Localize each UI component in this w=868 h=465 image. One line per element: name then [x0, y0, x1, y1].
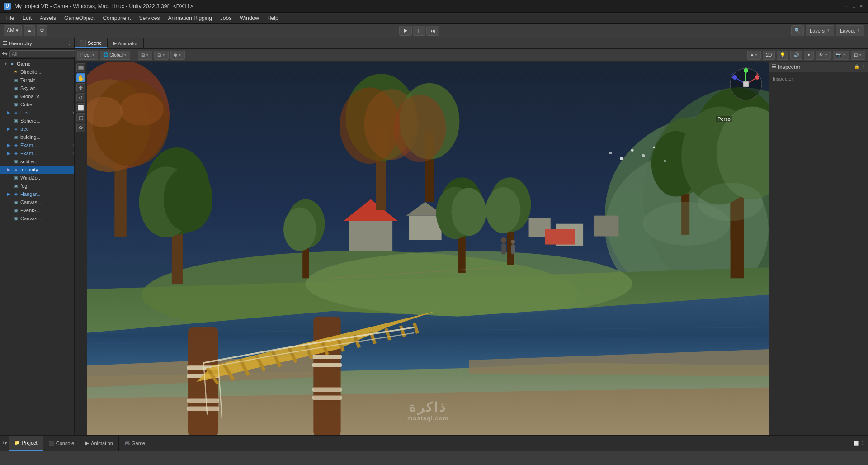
pause-button[interactable]: ⏸	[413, 26, 425, 36]
tab-game[interactable]: 🎮 Game	[119, 436, 151, 451]
global-dropdown[interactable]: 🌐 Global▼	[100, 51, 130, 60]
menu-help[interactable]: Help	[264, 14, 282, 22]
lighting-button[interactable]: 💡	[777, 51, 788, 60]
menu-services[interactable]: Services	[135, 14, 163, 22]
hierarchy-item-tree[interactable]: ▶ ◈ tree	[0, 125, 74, 133]
svg-point-95	[501, 237, 506, 243]
play-button[interactable]: ▶	[399, 26, 412, 36]
rotate-tool-btn[interactable]: ↺	[76, 93, 85, 102]
scale-tool-btn[interactable]: ⬜	[76, 103, 85, 112]
maximize-button[interactable]: □	[851, 3, 857, 9]
tab-project[interactable]: 📁 Project	[9, 436, 43, 451]
menu-component[interactable]: Component	[99, 14, 134, 22]
hierarchy-item-exam2[interactable]: ▶ ◈ Exam... ›	[0, 149, 74, 157]
minimize-button[interactable]: ─	[844, 3, 850, 9]
scene-light-button[interactable]: ● ▼	[747, 51, 761, 60]
hierarchy-item-soldier[interactable]: ▣ soldier...	[0, 157, 74, 166]
menu-edit[interactable]: Edit	[19, 14, 35, 22]
hierarchy-item-global-volume[interactable]: ▣ Global V...	[0, 92, 74, 100]
bottom-panel-menu[interactable]: ⋮	[860, 441, 864, 446]
hierarchy-item-direction[interactable]: ☀ Directio...	[0, 68, 74, 76]
hierarchy-item-eventsystem[interactable]: ▣ EventS...	[0, 206, 74, 214]
hierarchy-item-canvas2[interactable]: ▣ Canvas...	[0, 214, 74, 223]
hierarchy-item-sphere[interactable]: ▣ Sphere...	[0, 117, 74, 125]
hierarchy-item-exam1[interactable]: ▶ ◈ Exam... ›	[0, 141, 74, 149]
camera-button[interactable]: 📷 ▼	[833, 51, 849, 60]
scene-toolbar: Pivot▼ 🌐 Global▼ ⊞ ▼ ⊟ ▼ ⊕ ▼ ● ▼	[75, 49, 868, 62]
inspector-panel: ☰ Inspector 🔒 ⋮ Inspector	[769, 62, 868, 435]
bottom-add-btn[interactable]: +▾	[0, 436, 9, 451]
bottom-panel-icon[interactable]: ⬜	[854, 441, 859, 446]
play-controls: ▶ ⏸ ⏭	[399, 26, 439, 36]
tab-scene[interactable]: ⬛ Scene	[75, 38, 108, 48]
audio-button[interactable]: 🔊	[790, 51, 802, 60]
hierarchy-menu-icon[interactable]: ⋮	[67, 41, 71, 46]
game-icon: 🎮	[124, 441, 130, 446]
project-icon: 📁	[14, 440, 20, 445]
inspector-menu-icon[interactable]: ⋮	[861, 65, 865, 69]
hierarchy-item-windzone[interactable]: ▣ WindZo...	[0, 174, 74, 182]
close-button[interactable]: ✕	[858, 3, 864, 9]
hierarchy-item-bulding[interactable]: ▣ bulding...	[0, 133, 74, 141]
move-tool-btn[interactable]: ✥	[76, 83, 85, 92]
svg-point-64	[486, 187, 520, 233]
hierarchy-item-for-unity[interactable]: ▶ ◈ for unity	[0, 166, 74, 174]
global-icon: 🌐	[103, 52, 108, 57]
2d-button[interactable]: 2D	[763, 51, 775, 60]
overlay-button[interactable]: ⊡ ▼	[851, 51, 865, 60]
menu-animation-rigging[interactable]: Animation Rigging	[164, 14, 215, 22]
menu-assets[interactable]: Assets	[36, 14, 60, 22]
layout-dropdown[interactable]: Layout ▼	[836, 25, 864, 36]
hidden-icon: 👁	[819, 52, 823, 57]
svg-point-92	[609, 152, 612, 154]
cloud-icon: ☁	[27, 28, 32, 33]
hierarchy-item-cube[interactable]: ▣ Cube	[0, 100, 74, 109]
search-icon: 🔍	[794, 28, 801, 33]
tab-animator[interactable]: ▶ Animator	[108, 38, 143, 48]
settings-button[interactable]: ⚙	[37, 25, 47, 36]
menu-file[interactable]: File	[2, 14, 18, 22]
rect-tool-btn[interactable]: ▢	[76, 113, 85, 122]
hierarchy-add-button[interactable]: +▾	[2, 51, 8, 57]
svg-point-6	[305, 251, 632, 317]
tab-animation[interactable]: ▶ Animation	[80, 436, 119, 451]
hierarchy-item-hangar[interactable]: ▶ ◈ Hangar...	[0, 190, 74, 198]
pivot-dropdown[interactable]: Pivot▼	[77, 51, 98, 60]
step-button[interactable]: ⏭	[426, 26, 439, 36]
menu-window[interactable]: Window	[236, 14, 263, 22]
hierarchy-search-input[interactable]	[9, 50, 76, 57]
search-button[interactable]: 🔍	[791, 25, 804, 36]
layers-dropdown[interactable]: Layers ▼	[806, 25, 834, 36]
hierarchy-item-terrain[interactable]: ▣ Terrain	[0, 76, 74, 84]
svg-rect-111	[743, 81, 749, 87]
menu-jobs[interactable]: Jobs	[217, 14, 235, 22]
hierarchy-item-canvas1[interactable]: ▣ Canvas...	[0, 198, 74, 206]
hierarchy-item-sky[interactable]: ▣ Sky an...	[0, 84, 74, 92]
cloud-button[interactable]: ☁	[24, 25, 35, 36]
account-dropdown[interactable]: AM ▾	[4, 25, 22, 36]
menu-gameobject[interactable]: GameObject	[61, 14, 98, 22]
scene-viewport[interactable]: X Y Z Perso	[87, 62, 769, 435]
hierarchy-icon: ☰	[3, 40, 7, 46]
nav-gizmo[interactable]: X Y Z	[728, 66, 764, 102]
hidden-button[interactable]: 👁 ▼	[816, 51, 831, 60]
transform-button[interactable]: ⊟ ▼	[154, 51, 169, 60]
title-bar: U My project VR - Game - Windows, Mac, L…	[0, 0, 868, 13]
tab-console[interactable]: ⬛ Console	[43, 436, 80, 451]
svg-point-91	[653, 147, 655, 149]
extra-button[interactable]: ⊕ ▼	[170, 51, 185, 60]
inspector-content: Inspector	[769, 72, 868, 85]
hierarchy-item-game[interactable]: ▼ ■ Game	[0, 60, 74, 68]
hierarchy-item-first[interactable]: ▶ ◈ First... ›	[0, 109, 74, 117]
effects-icon: ✦	[807, 52, 811, 57]
color-picker-btn[interactable]	[76, 63, 85, 72]
svg-rect-25	[312, 363, 342, 367]
extra-icon: ⊕	[174, 52, 177, 57]
effects-button[interactable]: ✦	[804, 51, 814, 60]
inspector-lock-icon[interactable]: 🔒	[854, 64, 859, 69]
grid-snap-button[interactable]: ⊞ ▼	[138, 51, 152, 60]
hand-tool-btn[interactable]: ✋	[76, 73, 85, 82]
bottom-controls: ⬜ ⋮	[854, 436, 868, 451]
transform-tool-btn[interactable]: ✿	[76, 123, 85, 132]
hierarchy-item-fog[interactable]: ▣ fog	[0, 182, 74, 190]
